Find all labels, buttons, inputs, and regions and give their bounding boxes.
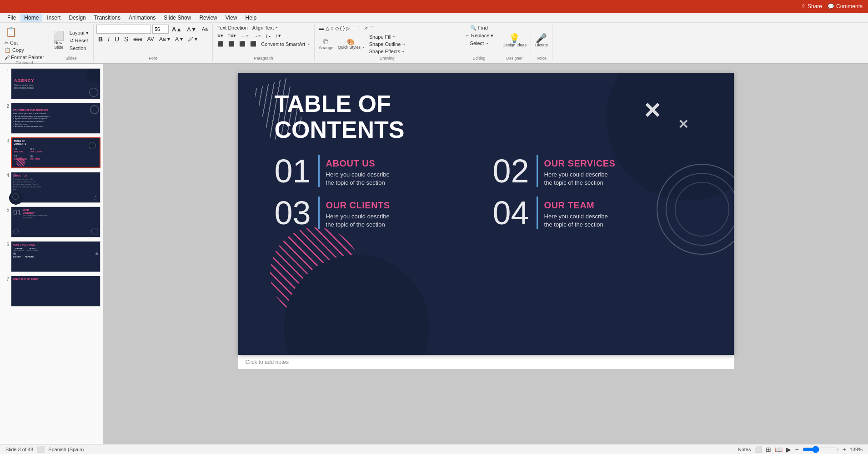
- reading-view-button[interactable]: 📖: [775, 446, 783, 453]
- layout-button[interactable]: Layout ▾: [68, 30, 90, 36]
- shape-outline-button[interactable]: Shape Outline ~: [367, 41, 407, 47]
- slide-thumb-5[interactable]: 5 01 OURAGENCY You could enter a subtitl…: [2, 206, 101, 238]
- status-bar: Slide 3 of 48 ⬜ Spanish (Spain) Notes ⬜ …: [0, 444, 868, 454]
- zoom-slider[interactable]: [803, 446, 839, 453]
- arrange-button[interactable]: ⧉ Arrange: [317, 37, 335, 51]
- align-text-button[interactable]: Align Text ~: [251, 25, 280, 31]
- char-spacing-button[interactable]: AV: [146, 35, 156, 43]
- increase-font-button[interactable]: A▲: [170, 25, 184, 33]
- slide-canvas[interactable]: ✕ ✕ TABLE OF CONTENTS 01: [238, 73, 734, 355]
- slide-thumb-2[interactable]: 2 CONTENTS OF THIS TEMPLATE Here's what …: [2, 102, 101, 135]
- align-left-button[interactable]: ⬛: [216, 40, 226, 47]
- shapes-row[interactable]: ▬ △ ○ ◇ { } ▷ ⋯ ⋮ ↗ ⌒: [317, 25, 376, 32]
- highlight-button[interactable]: 🖊 ▾: [186, 35, 199, 43]
- strikethrough-button[interactable]: abc: [131, 35, 144, 43]
- slides-group: ⬜ NewSlide Layout ▾ ↺ Reset Section Slid…: [49, 25, 94, 61]
- columns-button[interactable]: ⫿▾: [264, 33, 273, 39]
- toc-desc-1: Here you could describe the topic of the…: [326, 171, 390, 187]
- menu-review[interactable]: Review: [196, 14, 221, 22]
- notes-status-button[interactable]: Notes: [738, 447, 751, 452]
- menu-view[interactable]: View: [222, 14, 241, 22]
- decrease-font-button[interactable]: A▼: [185, 25, 199, 33]
- font-color-button[interactable]: A ▾: [173, 35, 185, 43]
- find-button[interactable]: 🔍 Find: [468, 25, 489, 31]
- comments-button[interactable]: 💬 Comments: [828, 3, 863, 10]
- menu-insert[interactable]: Insert: [43, 14, 64, 22]
- slide-thumb-1[interactable]: 1 AGENCY Here is where yourpresentation …: [2, 67, 101, 100]
- toc-content-1: ABOUT US Here you could describe the top…: [318, 155, 390, 187]
- drawing-group: ▬ △ ○ ◇ { } ▷ ⋯ ⋮ ↗ ⌒ ⧉ Arrange 🎨 Quick …: [315, 25, 460, 61]
- deco-x-large: ✕: [643, 100, 661, 122]
- zoom-in-button[interactable]: +: [843, 446, 846, 453]
- line-spacing-button[interactable]: ↕▾: [274, 32, 283, 39]
- shadow-button[interactable]: S: [122, 35, 130, 43]
- replace-button[interactable]: ↔ Replace ▾: [463, 32, 495, 39]
- underline-button[interactable]: U: [113, 35, 121, 43]
- increase-indent-button[interactable]: →≡: [251, 33, 263, 39]
- menu-home[interactable]: Home: [20, 14, 42, 22]
- text-direction-button[interactable]: Text Direction: [216, 25, 250, 31]
- copy-button[interactable]: 📋 Copy: [3, 47, 26, 54]
- shape-fill-button[interactable]: Shape Fill ~: [367, 34, 407, 40]
- designer-label: Designer: [507, 56, 523, 61]
- design-ideas-button[interactable]: 💡 Design Ideas: [501, 33, 528, 48]
- slide-thumb-6[interactable]: 6 OUR EVOLUTION JUPITER Here is a headli…: [2, 240, 101, 273]
- menu-bar: File Home Insert Design Transitions Anim…: [0, 13, 868, 23]
- reset-button[interactable]: ↺ Reset: [68, 37, 90, 44]
- italic-button[interactable]: I: [106, 35, 111, 43]
- toc-number-1: 01: [275, 155, 311, 187]
- notes-area[interactable]: Click to add notes: [238, 355, 734, 369]
- zoom-out-button[interactable]: −: [795, 446, 798, 453]
- normal-view-button[interactable]: ⬜: [754, 446, 762, 453]
- language: Spanish (Spain): [48, 447, 84, 452]
- bold-button[interactable]: B: [96, 35, 105, 43]
- toc-content-3: OUR CLIENTS Here you could describe the …: [318, 197, 390, 229]
- voice-label: Voice: [537, 56, 547, 61]
- slide-thumb-3[interactable]: 3 TABLE OFCONTENTS 01 ABOUT US 02 OUR SE…: [2, 136, 101, 169]
- format-painter-button[interactable]: 🖌 Format Painter: [3, 54, 46, 61]
- share-button[interactable]: ⇧ Share: [801, 3, 822, 10]
- menu-file[interactable]: File: [4, 14, 20, 22]
- slide-title: TABLE OF CONTENTS: [275, 91, 405, 143]
- new-slide-button[interactable]: ⬜ NewSlide: [52, 30, 66, 50]
- menu-transitions[interactable]: Transitions: [90, 14, 124, 22]
- slides-label: Slides: [65, 56, 77, 61]
- quick-styles-button[interactable]: 🎨 Quick Styles ~: [336, 38, 366, 50]
- font-size-input[interactable]: [152, 25, 169, 34]
- dictate-button[interactable]: 🎤 Dictate: [534, 33, 549, 48]
- change-case-button[interactable]: Aa ▾: [157, 35, 172, 43]
- slideshow-button[interactable]: ▶: [786, 446, 791, 453]
- font-family-input[interactable]: [96, 25, 151, 34]
- toc-item-3: 03 OUR CLIENTS Here you could describe t…: [275, 197, 466, 229]
- slide-thumb-7[interactable]: 7 WHAT SETS US APART: [2, 275, 101, 308]
- justify-button[interactable]: ⬛: [248, 40, 258, 47]
- zoom-level: 139%: [850, 447, 863, 452]
- designer-group: 💡 Design Ideas Designer: [498, 25, 531, 61]
- align-center-button[interactable]: ⬛: [226, 40, 236, 47]
- clear-format-button[interactable]: Aa: [200, 26, 210, 32]
- section-button[interactable]: Section: [68, 45, 90, 51]
- slide-area[interactable]: ✕ ✕ TABLE OF CONTENTS 01: [104, 64, 868, 444]
- toc-number-4: 04: [493, 197, 529, 229]
- menu-design[interactable]: Design: [65, 14, 89, 22]
- menu-help[interactable]: Help: [242, 14, 261, 22]
- status-left: Slide 3 of 48 ⬜ Spanish (Spain): [5, 446, 84, 453]
- shape-effects-button[interactable]: Shape Effects ~: [367, 48, 407, 55]
- convert-smartart-button[interactable]: Convert to SmartArt ~: [259, 41, 311, 47]
- drawing-label: Drawing: [380, 56, 395, 61]
- decrease-indent-button[interactable]: ←≡: [239, 33, 250, 39]
- menu-animations[interactable]: Animations: [125, 14, 159, 22]
- toc-desc-3: Here you could describe the topic of the…: [326, 212, 390, 229]
- slide-thumb-4[interactable]: 4 ABOUT US It could be the part of thepr…: [2, 171, 101, 204]
- slide-sorter-button[interactable]: ⊞: [766, 446, 771, 453]
- bullets-button[interactable]: ≡▾: [216, 32, 225, 39]
- slide-panel[interactable]: 1 AGENCY Here is where yourpresentation …: [0, 64, 104, 444]
- toc-heading-2: OUR SERVICES: [544, 158, 616, 169]
- align-right-button[interactable]: ⬛: [237, 40, 247, 47]
- main-layout: 1 AGENCY Here is where yourpresentation …: [0, 64, 868, 444]
- menu-slideshow[interactable]: Slide Show: [160, 14, 195, 22]
- paste-button[interactable]: 📋: [3, 25, 20, 39]
- numbering-button[interactable]: 1≡▾: [226, 32, 238, 39]
- select-button[interactable]: Select ~: [468, 40, 490, 46]
- cut-button[interactable]: ✂ Cut: [3, 40, 20, 46]
